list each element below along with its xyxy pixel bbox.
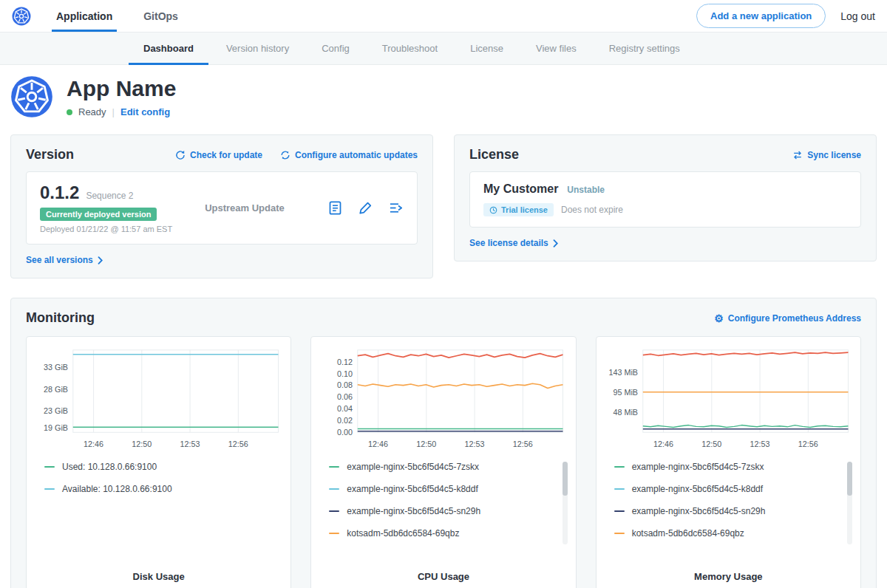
version-card-links: Check for update Configure automatic upd… (175, 150, 418, 160)
app-logo-icon (10, 75, 53, 118)
legend-item: example-nginx-5bc6f5d4c5-sn29h (329, 506, 559, 516)
status-dot-icon (67, 109, 72, 115)
svg-text:0.04: 0.04 (337, 404, 353, 413)
legend-label: example-nginx-5bc6f5d4c5-7zskx (632, 462, 764, 472)
clock-icon (489, 206, 497, 214)
svg-text:12:46: 12:46 (368, 440, 388, 448)
legend-label: kotsadm-5db6dc6584-69qbz (347, 528, 459, 539)
legend-color-dash (614, 466, 625, 468)
configure-automatic-updates-link[interactable]: Configure automatic updates (280, 150, 418, 160)
legend-item: example-nginx-5bc6f5d4c5-sn29h (614, 506, 844, 516)
auto-update-icon (280, 150, 290, 160)
legend-color-dash (44, 488, 55, 490)
see-all-versions-label: See all versions (26, 255, 93, 265)
refresh-icon (175, 150, 186, 160)
monitoring-title: Monitoring (26, 310, 95, 326)
configure-automatic-updates-label: Configure automatic updates (295, 150, 418, 160)
svg-text:12:56: 12:56 (798, 440, 818, 448)
check-for-update-label: Check for update (190, 150, 262, 160)
sync-icon (792, 150, 803, 160)
svg-text:0.06: 0.06 (337, 392, 353, 401)
svg-text:0.10: 0.10 (337, 369, 353, 378)
subnav-tab-version-history[interactable]: Version history (210, 33, 305, 64)
check-for-update-link[interactable]: Check for update (175, 150, 262, 160)
legend-scrollbar[interactable] (563, 462, 568, 544)
legend-label: Available: 10.128.0.66:9100 (62, 484, 172, 494)
see-license-details-link[interactable]: See license details (469, 238, 558, 248)
svg-text:12:46: 12:46 (653, 440, 673, 448)
legend-color-dash (614, 488, 625, 490)
memory-usage-panel: 12:4612:5012:5312:5648 MiB95 MiB143 MiB … (596, 336, 861, 588)
legend-color-dash (329, 466, 339, 468)
license-card-title: License (469, 147, 519, 163)
legend-label: kotsadm-5db6dc6584-69qbz (632, 528, 744, 539)
svg-text:12:50: 12:50 (417, 440, 437, 448)
license-type-row: Trial license Does not expire (483, 203, 847, 216)
tab-application[interactable]: Application (44, 0, 124, 32)
deploy-logs-icon[interactable] (388, 200, 404, 216)
svg-text:0.02: 0.02 (337, 416, 353, 425)
memory-usage-chart: 12:4612:5012:5312:5648 MiB95 MiB143 MiB (604, 344, 853, 454)
version-card-title: Version (26, 147, 74, 163)
svg-text:33 GiB: 33 GiB (44, 363, 68, 372)
app-header-info: App Name Ready | Edit config (67, 76, 176, 117)
legend-label: example-nginx-5bc6f5d4c5-sn29h (347, 506, 480, 516)
subnav-tab-view-files[interactable]: View files (520, 33, 593, 64)
svg-text:19 GiB: 19 GiB (44, 423, 68, 432)
channel-label: Unstable (567, 185, 605, 195)
version-number-row: 0.1.2 Sequence 2 (40, 182, 172, 203)
scrollbar-thumb[interactable] (847, 462, 852, 496)
tab-application-label: Application (56, 10, 112, 22)
license-card: License Sync license My Customer Unstabl… (454, 134, 877, 261)
chart-title: CPU Usage (319, 571, 568, 582)
legend-label: example-nginx-5bc6f5d4c5-k8ddf (632, 484, 763, 494)
release-notes-icon[interactable] (327, 200, 343, 216)
memory-usage-legend: example-nginx-5bc6f5d4c5-7zskxexample-ng… (604, 460, 853, 571)
tab-gitops[interactable]: GitOps (132, 0, 190, 32)
configure-prometheus-label: Configure Prometheus Address (728, 313, 861, 324)
customer-row: My Customer Unstable (483, 182, 847, 196)
legend-item: kotsadm-5db6dc6584-69qbz (614, 528, 844, 539)
sync-license-link[interactable]: Sync license (792, 150, 861, 160)
subnav-tab-license[interactable]: License (454, 33, 520, 64)
legend-item: kotsadm-5db6dc6584-69qbz (329, 528, 559, 539)
current-version-box: 0.1.2 Sequence 2 Currently deployed vers… (26, 171, 418, 245)
scrollbar-thumb[interactable] (563, 462, 568, 496)
disk-usage-legend: Used: 10.128.0.66:9100Available: 10.128.… (34, 460, 283, 571)
subnav-tab-registry-settings[interactable]: Registry settings (593, 33, 696, 64)
legend-scrollbar[interactable] (847, 462, 852, 544)
svg-text:0.00: 0.00 (337, 428, 353, 437)
divider: | (112, 106, 115, 117)
see-all-versions-link[interactable]: See all versions (26, 255, 103, 265)
monitoring-card: Monitoring ⚙ Configure Prometheus Addres… (10, 298, 877, 588)
legend-color-dash (329, 488, 339, 490)
cpu-usage-chart: 12:4612:5012:5312:560.000.020.040.060.08… (319, 344, 568, 454)
version-card: Version Check for update Configure autom… (10, 134, 433, 278)
svg-text:48 MiB: 48 MiB (613, 408, 637, 417)
edit-config-icon[interactable] (358, 200, 373, 216)
svg-text:0.08: 0.08 (337, 380, 353, 389)
legend-item: Used: 10.128.0.66:9100 (44, 462, 274, 472)
svg-text:143 MiB: 143 MiB (608, 368, 637, 377)
edit-config-link[interactable]: Edit config (120, 106, 170, 117)
logout-link[interactable]: Log out (840, 10, 875, 22)
legend-color-dash (614, 533, 625, 534)
tab-gitops-label: GitOps (143, 10, 178, 22)
subnav-tab-dashboard[interactable]: Dashboard (127, 33, 210, 64)
see-license-details-label: See license details (469, 238, 548, 248)
legend-label: example-nginx-5bc6f5d4c5-sn29h (632, 506, 766, 516)
deployed-date: Deployed 01/21/22 @ 11:57 am EST (40, 225, 172, 233)
add-application-button[interactable]: Add a new application (696, 4, 826, 28)
chart-title: Memory Usage (604, 571, 853, 582)
expiry-label: Does not expire (561, 205, 623, 215)
upstream-update-label: Upstream Update (205, 202, 285, 213)
version-number: 0.1.2 (40, 182, 79, 203)
svg-text:12:56: 12:56 (228, 440, 248, 448)
gear-icon: ⚙ (714, 313, 724, 324)
app-header: App Name Ready | Edit config (0, 65, 887, 130)
disk-usage-panel: 12:4612:5012:5312:5619 GiB23 GiB28 GiB33… (26, 336, 291, 588)
configure-prometheus-link[interactable]: ⚙ Configure Prometheus Address (714, 313, 861, 324)
subnav-tab-troubleshoot[interactable]: Troubleshoot (366, 33, 454, 64)
subnav-tab-config[interactable]: Config (305, 33, 366, 64)
trial-license-label: Trial license (501, 205, 548, 214)
